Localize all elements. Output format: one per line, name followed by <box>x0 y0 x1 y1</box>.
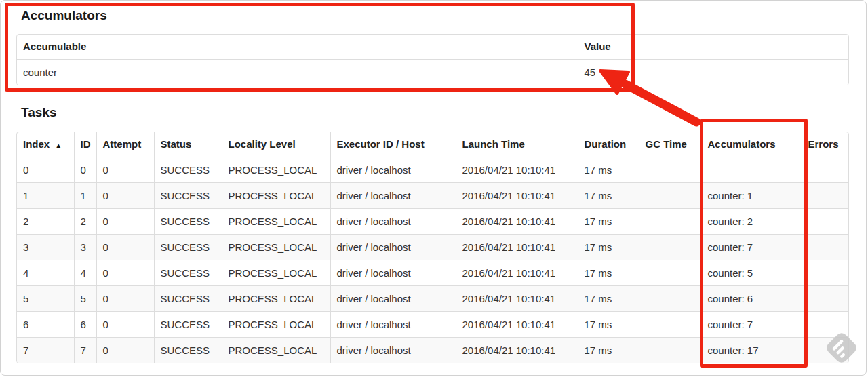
duration-cell: 17 ms <box>578 337 639 363</box>
launch-time-cell: 2016/04/21 10:10:41 <box>456 337 578 363</box>
column-header-errors[interactable]: Errors <box>802 132 848 157</box>
accumulators-cell <box>701 157 802 182</box>
accumulators-cell: counter: 17 <box>701 337 802 363</box>
task-row: 7 7 0 SUCCESS PROCESS_LOCAL driver / loc… <box>17 337 848 363</box>
sort-ascending-icon: ▲ <box>55 142 62 149</box>
id-cell: 6 <box>74 311 96 337</box>
id-cell: 1 <box>74 182 96 208</box>
column-header-status[interactable]: Status <box>154 132 222 157</box>
attempt-cell: 0 <box>96 260 154 285</box>
column-header-launch-time[interactable]: Launch Time <box>456 132 578 157</box>
column-header-duration[interactable]: Duration <box>578 132 639 157</box>
duration-cell: 17 ms <box>578 260 639 285</box>
executor-id-host-cell: driver / localhost <box>330 285 456 311</box>
errors-cell <box>802 311 848 337</box>
id-cell: 4 <box>74 260 96 285</box>
duration-cell: 17 ms <box>578 285 639 311</box>
executor-id-host-cell: driver / localhost <box>330 311 456 337</box>
column-header-gc-time[interactable]: GC Time <box>639 132 701 157</box>
locality-level-cell: PROCESS_LOCAL <box>222 208 330 234</box>
attempt-cell: 0 <box>96 182 154 208</box>
accumulators-cell: counter: 6 <box>701 285 802 311</box>
locality-level-cell: PROCESS_LOCAL <box>222 234 330 260</box>
launch-time-cell: 2016/04/21 10:10:41 <box>456 157 578 182</box>
tasks-table: Index▲ ID Attempt Status Locality Level … <box>16 132 849 363</box>
column-header-locality-level[interactable]: Locality Level <box>222 132 330 157</box>
index-cell: 1 <box>17 182 74 208</box>
launch-time-cell: 2016/04/21 10:10:41 <box>456 234 578 260</box>
gc-time-cell <box>639 208 701 234</box>
column-header-index[interactable]: Index▲ <box>17 132 74 157</box>
attempt-cell: 0 <box>96 208 154 234</box>
locality-level-cell: PROCESS_LOCAL <box>222 260 330 285</box>
duration-cell: 17 ms <box>578 234 639 260</box>
locality-level-cell: PROCESS_LOCAL <box>222 285 330 311</box>
index-cell: 3 <box>17 234 74 260</box>
page-content: Accumulators Accumulable Value counter 4… <box>1 1 866 363</box>
attempt-cell: 0 <box>96 311 154 337</box>
column-header-attempt[interactable]: Attempt <box>96 132 154 157</box>
column-header-accumulable[interactable]: Accumulable <box>17 35 578 59</box>
attempt-cell: 0 <box>96 157 154 182</box>
task-row: 6 6 0 SUCCESS PROCESS_LOCAL driver / loc… <box>17 311 848 337</box>
value-cell: 45 <box>578 59 848 85</box>
id-cell: 2 <box>74 208 96 234</box>
status-cell: SUCCESS <box>154 208 222 234</box>
executor-id-host-cell: driver / localhost <box>330 337 456 363</box>
executor-id-host-cell: driver / localhost <box>330 208 456 234</box>
index-cell: 6 <box>17 311 74 337</box>
errors-cell <box>802 337 848 363</box>
status-cell: SUCCESS <box>154 157 222 182</box>
launch-time-cell: 2016/04/21 10:10:41 <box>456 182 578 208</box>
column-header-executor-id-host[interactable]: Executor ID / Host <box>330 132 456 157</box>
status-cell: SUCCESS <box>154 285 222 311</box>
accumulators-cell: counter: 1 <box>701 182 802 208</box>
locality-level-cell: PROCESS_LOCAL <box>222 337 330 363</box>
duration-cell: 17 ms <box>578 182 639 208</box>
gc-time-cell <box>639 311 701 337</box>
executor-id-host-cell: driver / localhost <box>330 260 456 285</box>
gc-time-cell <box>639 337 701 363</box>
column-header-accumulators[interactable]: Accumulators <box>701 132 802 157</box>
errors-cell <box>802 182 848 208</box>
index-cell: 5 <box>17 285 74 311</box>
errors-cell <box>802 285 848 311</box>
task-row: 0 0 0 SUCCESS PROCESS_LOCAL driver / loc… <box>17 157 848 182</box>
accumulators-table: Accumulable Value counter 45 <box>16 34 849 85</box>
screenshot-frame: Accumulators Accumulable Value counter 4… <box>0 0 867 376</box>
index-cell: 2 <box>17 208 74 234</box>
errors-cell <box>802 260 848 285</box>
index-cell: 0 <box>17 157 74 182</box>
status-cell: SUCCESS <box>154 260 222 285</box>
executor-id-host-cell: driver / localhost <box>330 234 456 260</box>
id-cell: 7 <box>74 337 96 363</box>
column-header-id[interactable]: ID <box>74 132 96 157</box>
launch-time-cell: 2016/04/21 10:10:41 <box>456 208 578 234</box>
duration-cell: 17 ms <box>578 208 639 234</box>
accumulable-cell: counter <box>17 59 578 85</box>
attempt-cell: 0 <box>96 337 154 363</box>
tasks-header-row: Index▲ ID Attempt Status Locality Level … <box>17 132 848 157</box>
column-header-index-label: Index <box>23 138 50 150</box>
index-cell: 4 <box>17 260 74 285</box>
duration-cell: 17 ms <box>578 157 639 182</box>
task-row: 3 3 0 SUCCESS PROCESS_LOCAL driver / loc… <box>17 234 848 260</box>
task-row: 5 5 0 SUCCESS PROCESS_LOCAL driver / loc… <box>17 285 848 311</box>
accumulators-cell: counter: 7 <box>701 234 802 260</box>
task-row: 1 1 0 SUCCESS PROCESS_LOCAL driver / loc… <box>17 182 848 208</box>
errors-cell <box>802 208 848 234</box>
accumulators-heading: Accumulators <box>21 1 849 23</box>
locality-level-cell: PROCESS_LOCAL <box>222 157 330 182</box>
id-cell: 5 <box>74 285 96 311</box>
executor-id-host-cell: driver / localhost <box>330 157 456 182</box>
executor-id-host-cell: driver / localhost <box>330 182 456 208</box>
accumulators-cell: counter: 7 <box>701 311 802 337</box>
launch-time-cell: 2016/04/21 10:10:41 <box>456 311 578 337</box>
accumulators-cell: counter: 2 <box>701 208 802 234</box>
column-header-value[interactable]: Value <box>578 35 848 59</box>
attempt-cell: 0 <box>96 285 154 311</box>
status-cell: SUCCESS <box>154 182 222 208</box>
errors-cell <box>802 157 848 182</box>
task-row: 4 4 0 SUCCESS PROCESS_LOCAL driver / loc… <box>17 260 848 285</box>
status-cell: SUCCESS <box>154 234 222 260</box>
